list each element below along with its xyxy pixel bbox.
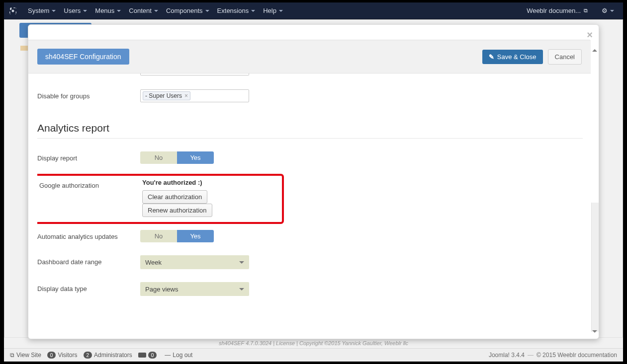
auth-status-text: You're authorized :) [142,179,277,186]
visitors-count-badge: 0 [47,352,56,359]
toggle-no[interactable]: No [140,151,177,164]
modal-title-button[interactable]: sh404SEF Configuration [37,49,129,65]
logout-link[interactable]: —Log out [165,352,192,359]
highlight-google-auth: Google authorization You're authorized :… [37,174,284,224]
nav-menus[interactable]: Menus [91,2,125,19]
toggle-no[interactable]: No [140,230,177,242]
save-icon: ✎ [489,53,494,61]
caret-icon [205,10,209,12]
config-modal: × sh404SEF Configuration ✎Save & Close C… [28,24,599,339]
chevron-down-icon [239,288,244,291]
modal-scrollbar[interactable] [591,203,599,332]
messages-link[interactable]: 0 [138,352,159,359]
select-dashboard-range[interactable]: Week [140,255,249,269]
save-close-button[interactable]: ✎Save & Close [482,50,543,64]
admins-count-badge: 2 [84,352,92,359]
row-dashboard-range: Dashboard date range Week [37,255,583,269]
joomla-logo[interactable] [9,7,17,15]
admin-status-bar: ⧉View Site 0Visitors 2Administrators 0 —… [4,348,623,362]
toggle-yes[interactable]: Yes [177,151,214,164]
modal-toolbar: sh404SEF Configuration ✎Save & Close Can… [28,40,591,73]
caret-icon [610,10,614,12]
status-right: Joomla! 3.4.4—© 2015 Weeblr documentatio… [489,352,617,359]
prev-field-border-fragment [140,73,249,75]
mail-icon [138,353,146,358]
caret-icon [117,10,121,12]
nav-site-link[interactable]: Weeblr documen...⧉ [523,2,592,19]
label-display-report: Display report [37,151,140,162]
nav-users[interactable]: Users [60,2,91,19]
modal-body: Disable for groups - Super Users× Analyt… [37,73,583,330]
caret-icon [154,10,158,12]
label-dashboard-range: Dashboard date range [37,255,140,266]
renew-authorization-button[interactable]: Renew authorization [142,204,212,217]
row-disable-for-groups: Disable for groups - Super Users× [37,89,583,102]
token-super-users[interactable]: - Super Users× [143,91,190,100]
close-icon[interactable]: × [587,29,593,41]
row-display-report: Display report No Yes [37,151,583,164]
clear-authorization-button[interactable]: Clear authorization [142,190,207,204]
nav-extensions[interactable]: Extensions [213,2,260,19]
scroll-down-icon[interactable] [592,330,597,333]
messages-count-badge: 0 [148,352,157,359]
label-disable-for-groups: Disable for groups [37,89,140,100]
visitors-link[interactable]: 0Visitors [47,352,78,359]
toggle-display-report[interactable]: No Yes [140,151,214,164]
admins-link[interactable]: 2Administrators [84,352,132,359]
row-auto-updates: Automatic analytics updates No Yes [37,230,583,242]
section-analytics-report: Analytics report [37,122,583,139]
cancel-button[interactable]: Cancel [548,49,582,65]
select-display-data-type[interactable]: Page views [140,282,249,296]
label-auto-updates: Automatic analytics updates [37,230,140,240]
nav-settings[interactable]: ⚙ [598,2,618,19]
admin-top-nav: System Users Menus Content Components Ex… [4,2,623,19]
label-google-auth: Google authorization [37,179,142,189]
nav-components[interactable]: Components [162,2,213,19]
chevron-down-icon [239,261,244,264]
nav-system[interactable]: System [24,2,60,19]
row-display-data-type: Display data type Page views [37,282,583,296]
caret-icon [83,10,87,12]
toggle-yes[interactable]: Yes [177,230,214,242]
token-remove-icon[interactable]: × [184,92,188,99]
row-google-auth: Google authorization You're authorized :… [37,179,277,217]
caret-icon [251,10,255,12]
nav-content[interactable]: Content [125,2,162,19]
nav-help[interactable]: Help [259,2,287,19]
external-link-icon: ⧉ [10,352,14,359]
gear-icon: ⚙ [602,7,608,14]
caret-icon [52,10,56,12]
toggle-auto-updates[interactable]: No Yes [140,230,214,242]
caret-icon [279,10,283,12]
disable-for-groups-input[interactable]: - Super Users× [140,89,249,102]
scroll-up-icon[interactable] [592,49,597,52]
label-display-data-type: Display data type [37,282,140,292]
view-site-link[interactable]: ⧉View Site [10,352,41,359]
external-link-icon: ⧉ [584,7,588,14]
